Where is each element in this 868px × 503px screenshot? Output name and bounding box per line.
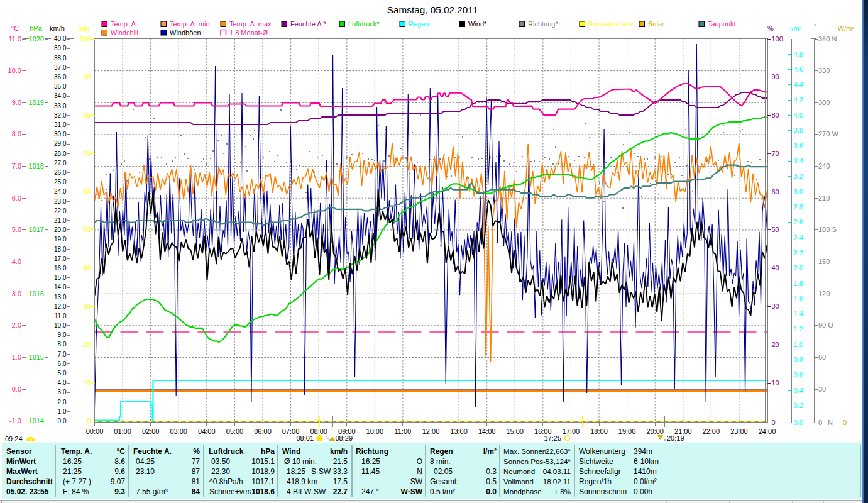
svg-text:17.0: 17.0 <box>54 255 67 262</box>
svg-text:Solar: Solar <box>648 20 664 28</box>
svg-text:02:05: 02:05 <box>434 467 453 476</box>
svg-text:10.0: 10.0 <box>54 322 67 329</box>
svg-text:Sonnenschein: Sonnenschein <box>579 487 627 496</box>
svg-text:18.0: 18.0 <box>54 246 67 253</box>
svg-text:240: 240 <box>818 162 830 170</box>
svg-text:16:25: 16:25 <box>361 457 380 466</box>
svg-text:18.02.11: 18.02.11 <box>543 477 571 485</box>
svg-text:Vollmond: Vollmond <box>503 477 534 485</box>
svg-text:04.03.11: 04.03.11 <box>543 467 571 475</box>
svg-text:1.4: 1.4 <box>794 310 803 318</box>
svg-text:100: 100 <box>772 35 783 43</box>
svg-text:11.0: 11.0 <box>55 312 67 319</box>
svg-text:4.2: 4.2 <box>794 96 803 104</box>
svg-text:0: 0 <box>772 419 776 426</box>
svg-text:4.0: 4.0 <box>12 258 21 265</box>
svg-text:Regen: Regen <box>430 447 453 456</box>
svg-text:9.6: 9.6 <box>114 467 125 476</box>
svg-text:2.2: 2.2 <box>794 249 803 257</box>
svg-text:40: 40 <box>772 264 779 272</box>
svg-text:km/h: km/h <box>330 447 348 456</box>
svg-text:07:00: 07:00 <box>282 428 300 435</box>
svg-text:4.0: 4.0 <box>58 379 67 386</box>
svg-text:1018.9: 1018.9 <box>251 467 275 476</box>
svg-text:12:00: 12:00 <box>422 428 440 435</box>
svg-text:4.6: 4.6 <box>794 65 803 73</box>
svg-text:00:00: 00:00 <box>86 428 104 435</box>
svg-text:7.55 g/m³: 7.55 g/m³ <box>136 487 168 496</box>
svg-text:Max. Sonnen: Max. Sonnen <box>503 447 546 455</box>
svg-text:60: 60 <box>772 188 779 196</box>
svg-text:330: 330 <box>818 67 830 74</box>
svg-text:1016: 1016 <box>29 290 44 297</box>
svg-text:09:00: 09:00 <box>338 428 356 435</box>
svg-text:15.0: 15.0 <box>54 274 67 281</box>
svg-text:19.0: 19.0 <box>54 236 67 243</box>
svg-text:90 O: 90 O <box>818 321 833 329</box>
svg-text:0.0: 0.0 <box>794 419 803 426</box>
svg-text:1410m: 1410m <box>634 467 657 476</box>
svg-text:02:00: 02:00 <box>142 428 160 435</box>
svg-text:Ø 10 min.: Ø 10 min. <box>284 457 317 466</box>
svg-text:22:00: 22:00 <box>703 428 720 435</box>
svg-text:1.2: 1.2 <box>794 325 803 333</box>
svg-text:394m: 394m <box>634 447 652 456</box>
svg-text:28.0: 28.0 <box>54 150 67 157</box>
svg-text:08:01: 08:01 <box>296 434 314 442</box>
svg-text:17:00: 17:00 <box>563 428 580 435</box>
svg-text:0: 0 <box>87 417 91 424</box>
svg-text:Gesamt:: Gesamt: <box>430 477 458 486</box>
svg-text:Richtung*: Richtung* <box>528 20 558 28</box>
svg-text:1.0: 1.0 <box>794 341 803 348</box>
svg-text:Wind*: Wind* <box>468 20 487 28</box>
svg-text:9.07: 9.07 <box>111 477 126 486</box>
svg-text:Luftdruck*: Luftdruck* <box>348 20 380 28</box>
svg-text:50: 50 <box>772 226 779 233</box>
svg-text:4.0: 4.0 <box>794 111 803 119</box>
svg-text:6.0: 6.0 <box>12 194 21 202</box>
svg-text:°: ° <box>814 23 816 30</box>
svg-text:W/m²: W/m² <box>838 25 855 32</box>
svg-text:06:00: 06:00 <box>254 428 272 435</box>
svg-text:2.8: 2.8 <box>794 203 803 211</box>
svg-text:14.0: 14.0 <box>54 284 67 290</box>
svg-text:3.0: 3.0 <box>794 188 803 196</box>
svg-text:hPa: hPa <box>261 447 275 456</box>
svg-text:77: 77 <box>192 457 201 466</box>
svg-text:°C: °C <box>11 25 19 32</box>
svg-text:Neumond: Neumond <box>503 467 535 475</box>
svg-text:87: 87 <box>192 467 201 476</box>
svg-text:S-SW 33.3: S-SW 33.3 <box>311 467 348 476</box>
svg-text:0:00h: 0:00h <box>634 487 652 496</box>
svg-text:Schnee+verä: Schnee+verä <box>209 487 254 496</box>
svg-text:13:00: 13:00 <box>450 428 468 435</box>
svg-text:MaxWert: MaxWert <box>6 467 38 476</box>
svg-text:13.0: 13.0 <box>54 294 67 301</box>
svg-text:15:00: 15:00 <box>506 428 524 435</box>
svg-text:30: 30 <box>772 302 779 310</box>
svg-text:20.0: 20.0 <box>54 226 67 233</box>
svg-text:(+ 7.27 ): (+ 7.27 ) <box>63 477 91 486</box>
svg-text:20: 20 <box>83 341 91 348</box>
svg-text:4 Bft W-SW: 4 Bft W-SW <box>287 487 326 496</box>
svg-text:40.0: 40.0 <box>54 35 67 42</box>
svg-text:12.0: 12.0 <box>54 303 67 310</box>
svg-text:34.0: 34.0 <box>54 92 67 99</box>
svg-text:03:50: 03:50 <box>211 457 230 466</box>
svg-text:210: 210 <box>818 194 830 202</box>
svg-text:Feuchte A.: Feuchte A. <box>133 447 172 456</box>
svg-text:360 N: 360 N <box>818 35 837 43</box>
svg-text:6.0: 6.0 <box>58 360 67 367</box>
svg-text:16.0: 16.0 <box>54 265 67 272</box>
svg-text:1.0: 1.0 <box>58 408 67 415</box>
svg-text:11:45: 11:45 <box>361 467 380 476</box>
svg-text:W-SW: W-SW <box>401 487 423 496</box>
svg-text:90: 90 <box>83 73 91 80</box>
svg-text:Temp. A.: Temp. A. <box>111 20 138 28</box>
svg-text:40: 40 <box>83 264 91 272</box>
svg-text:20:00: 20:00 <box>646 428 664 435</box>
svg-text:24:00: 24:00 <box>759 428 776 435</box>
svg-text:31.0: 31.0 <box>54 121 67 128</box>
svg-text:2.0: 2.0 <box>794 264 803 272</box>
svg-text:Luftdruck: Luftdruck <box>209 447 244 456</box>
